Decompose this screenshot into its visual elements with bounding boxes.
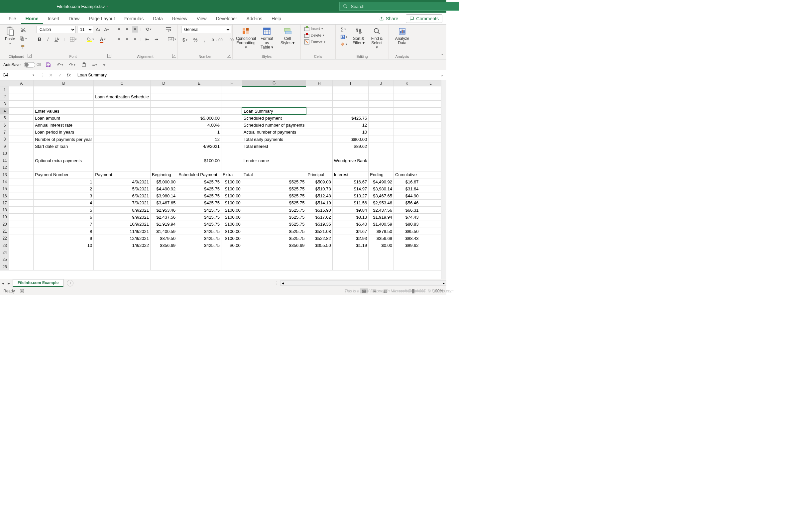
increase-indent-button[interactable]: ⇥ (153, 36, 160, 42)
row-header-10[interactable]: 10 (0, 150, 9, 157)
row-header-25[interactable]: 25 (0, 256, 9, 263)
cell-B14[interactable]: 1 (34, 178, 94, 185)
font-size-select[interactable]: 11 (77, 26, 93, 33)
font-dialog-launcher[interactable]: ⤢ (107, 54, 111, 58)
cell-D26[interactable] (151, 263, 177, 270)
cell-G2[interactable] (242, 93, 306, 100)
cell-J1[interactable] (368, 87, 394, 93)
cell-H23[interactable]: $355.50 (306, 242, 332, 249)
underline-button[interactable]: U▾ (53, 36, 61, 42)
cell-D19[interactable]: $2,437.56 (151, 214, 177, 221)
redo-button[interactable]: ↷ (68, 61, 77, 68)
increase-font-button[interactable]: A▴ (94, 26, 101, 33)
cell-C3[interactable] (94, 100, 151, 107)
merge-button[interactable] (167, 36, 177, 42)
row-header-23[interactable]: 23 (0, 242, 9, 249)
cell-D17[interactable]: $3,467.65 (151, 200, 177, 206)
row-header-7[interactable]: 7 (0, 129, 9, 136)
align-middle-button[interactable]: ≡ (124, 26, 130, 33)
cell-H3[interactable] (306, 100, 332, 107)
select-all-corner[interactable] (0, 80, 9, 87)
cell-F12[interactable] (221, 164, 242, 171)
cell-B15[interactable]: 2 (34, 185, 94, 192)
cell-styles-button[interactable]: CellStyles ▾ (278, 26, 297, 46)
cell-E14[interactable]: $425.75 (177, 178, 221, 185)
font-name-select[interactable]: Calibri (37, 26, 76, 33)
cell-K2[interactable] (394, 93, 420, 100)
qat-button-1[interactable] (80, 62, 88, 68)
cell-L1[interactable] (420, 87, 441, 93)
cell-L4[interactable] (420, 107, 441, 114)
row-header-4[interactable]: 4 (0, 107, 9, 114)
tab-data[interactable]: Data (148, 13, 168, 24)
number-dialog-launcher[interactable]: ⤢ (227, 54, 231, 58)
tab-developer[interactable]: Developer (211, 13, 242, 24)
cell-L19[interactable] (420, 214, 441, 221)
cell-A13[interactable] (9, 171, 34, 178)
cell-L25[interactable] (420, 256, 441, 263)
cell-A15[interactable] (9, 185, 34, 192)
bold-button[interactable]: B (37, 36, 42, 42)
cell-H26[interactable] (306, 263, 332, 270)
cell-K7[interactable] (394, 129, 420, 136)
cell-B1[interactable] (34, 87, 94, 93)
cell-H12[interactable] (306, 164, 332, 171)
cell-G19[interactable]: $525.75 (242, 214, 306, 221)
cell-F19[interactable]: $100.00 (221, 214, 242, 221)
cell-L21[interactable] (420, 228, 441, 234)
format-cells-button[interactable]: Format ▾ (304, 39, 325, 44)
cell-D23[interactable]: $356.69 (151, 242, 177, 249)
cell-B26[interactable] (34, 263, 94, 270)
cell-E24[interactable] (177, 249, 221, 256)
cell-G24[interactable] (242, 249, 306, 256)
insert-cells-button[interactable]: Insert ▾ (304, 26, 323, 31)
row-header-15[interactable]: 15 (0, 185, 9, 192)
cell-G16[interactable]: $525.75 (242, 192, 306, 200)
cell-B20[interactable]: 7 (34, 221, 94, 228)
cell-D9[interactable] (151, 143, 177, 150)
cell-G15[interactable]: $525.75 (242, 185, 306, 192)
cell-A6[interactable] (9, 121, 34, 129)
undo-button[interactable]: ↶ (56, 61, 64, 68)
cell-H11[interactable] (306, 157, 332, 164)
macro-record-icon[interactable] (18, 288, 25, 294)
cell-L16[interactable] (420, 192, 441, 200)
cell-J20[interactable]: $1,400.59 (368, 221, 394, 228)
cell-D4[interactable] (151, 107, 177, 114)
document-title[interactable]: FileInfo.com Example.tsv ▾ (57, 4, 108, 9)
cell-B12[interactable] (34, 164, 94, 171)
cell-A10[interactable] (9, 150, 34, 157)
cell-D1[interactable] (151, 87, 177, 93)
cell-H24[interactable] (306, 249, 332, 256)
cell-B19[interactable]: 6 (34, 214, 94, 221)
column-header-G[interactable]: G (242, 80, 306, 87)
cell-J11[interactable] (368, 157, 394, 164)
cell-K19[interactable]: $74.43 (394, 214, 420, 221)
cell-L6[interactable] (420, 121, 441, 129)
cell-B18[interactable]: 5 (34, 207, 94, 214)
cell-C22[interactable]: 12/9/2021 (94, 235, 151, 242)
cell-A11[interactable] (9, 157, 34, 164)
column-header-F[interactable]: F (221, 80, 242, 87)
cell-J4[interactable] (368, 107, 394, 114)
tab-draw[interactable]: Draw (64, 13, 84, 24)
paste-button[interactable]: Paste ▾ (3, 26, 17, 46)
cell-E17[interactable]: $425.75 (177, 200, 221, 206)
cell-C4[interactable] (94, 107, 151, 114)
row-header-6[interactable]: 6 (0, 121, 9, 129)
cell-H22[interactable]: $522.82 (306, 235, 332, 242)
cell-E26[interactable] (177, 263, 221, 270)
cell-B21[interactable]: 8 (34, 228, 94, 234)
number-format-select[interactable]: General (181, 26, 231, 33)
cell-K9[interactable] (394, 143, 420, 150)
cell-L9[interactable] (420, 143, 441, 150)
cell-D10[interactable] (151, 150, 177, 157)
cell-H15[interactable]: $510.78 (306, 185, 332, 192)
cell-G17[interactable]: $525.75 (242, 200, 306, 206)
tab-review[interactable]: Review (168, 13, 192, 24)
cell-K26[interactable] (394, 263, 420, 270)
percent-format-button[interactable]: % (192, 37, 199, 43)
tab-add-ins[interactable]: Add-ins (242, 13, 267, 24)
cell-E19[interactable]: $425.75 (177, 214, 221, 221)
delete-cells-button[interactable]: Delete ▾ (304, 33, 324, 38)
